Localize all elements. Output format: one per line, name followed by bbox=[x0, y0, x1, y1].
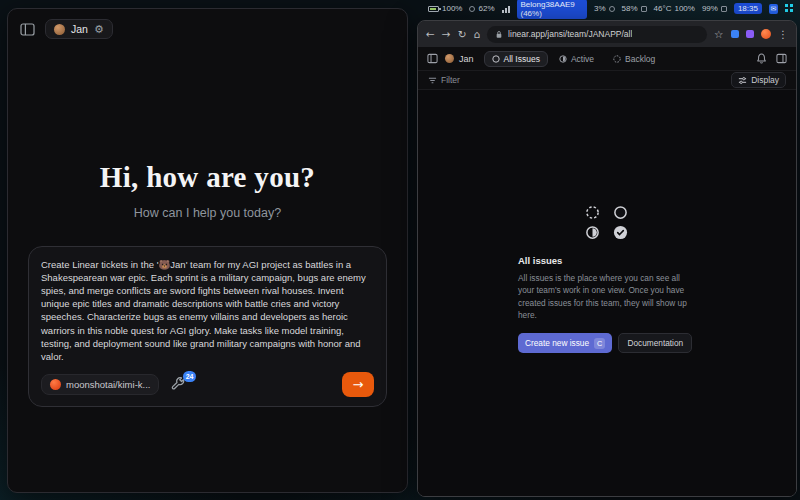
tools-count-badge: 24 bbox=[183, 371, 197, 382]
status-done-icon bbox=[613, 225, 628, 240]
create-new-issue-button[interactable]: Create new issue C bbox=[518, 333, 612, 353]
team-name-label: Jan bbox=[71, 23, 88, 35]
browser-menu-icon[interactable]: ⋮ bbox=[778, 29, 789, 40]
disk-status: 99% bbox=[702, 4, 727, 13]
sidebar-toggle-icon[interactable] bbox=[20, 22, 35, 37]
active-icon bbox=[559, 55, 567, 63]
filter-icon bbox=[428, 76, 437, 85]
tab-label: All Issues bbox=[504, 54, 540, 64]
display-button[interactable]: Display bbox=[731, 72, 786, 88]
forward-icon[interactable]: → bbox=[442, 29, 451, 40]
linear-team-label[interactable]: Jan bbox=[445, 54, 474, 64]
bear-emoji-icon bbox=[54, 24, 65, 35]
home-icon[interactable]: ⌂ bbox=[473, 29, 480, 40]
brightness-percent: 62% bbox=[478, 4, 494, 13]
send-button[interactable]: → bbox=[342, 372, 374, 397]
display-label: Display bbox=[751, 75, 779, 85]
temperature-value: 46°C bbox=[654, 4, 672, 13]
tab-label: Active bbox=[571, 54, 594, 64]
memory-status: 58% bbox=[622, 4, 647, 13]
model-name-label: moonshotai/kimi-k... bbox=[66, 379, 150, 390]
browser-toolbar: ← → ↻ ⌂ linear.app/jansi/team/JANAPP/all… bbox=[418, 21, 796, 47]
jan-main: Hi, how are you? How can I help you toda… bbox=[8, 161, 407, 407]
empty-state: All issues All issues is the place where… bbox=[518, 205, 696, 354]
right-panel-icon[interactable] bbox=[776, 53, 787, 64]
issue-status-icons bbox=[518, 205, 696, 240]
empty-state-title: All issues bbox=[518, 255, 696, 266]
backlog-icon bbox=[613, 55, 621, 63]
chat-input-text[interactable]: Create Linear tickets in the '🐻Jan' team… bbox=[41, 258, 374, 363]
greeting-subtitle: How can I help you today? bbox=[8, 206, 407, 220]
memory-percent: 58% bbox=[622, 4, 638, 13]
linear-team-name: Jan bbox=[459, 54, 474, 64]
temperature-status: 46°C 100% bbox=[654, 4, 695, 13]
lock-icon bbox=[495, 30, 503, 39]
model-provider-icon bbox=[50, 379, 61, 390]
clock[interactable]: 18:35 bbox=[734, 3, 762, 14]
gear-icon[interactable]: ⚙ bbox=[94, 24, 104, 35]
battery-percent: 100% bbox=[442, 4, 462, 13]
linear-team-emoji-icon bbox=[445, 54, 454, 63]
linear-sidebar-icon[interactable] bbox=[427, 53, 438, 64]
create-shortcut-key: C bbox=[594, 338, 605, 349]
disk-icon bbox=[721, 6, 727, 12]
status-todo-icon bbox=[613, 205, 628, 220]
model-selector[interactable]: moonshotai/kimi-k... bbox=[41, 374, 159, 395]
jan-header: Jan ⚙ bbox=[8, 9, 407, 49]
tab-backlog[interactable]: Backlog bbox=[605, 51, 663, 67]
linear-header-actions bbox=[756, 53, 787, 64]
battery-icon bbox=[428, 6, 439, 12]
bookmark-star-icon[interactable]: ☆ bbox=[714, 29, 723, 40]
chat-input-card[interactable]: Create Linear tickets in the '🐻Jan' team… bbox=[28, 246, 387, 407]
battery-status: 100% bbox=[428, 4, 462, 13]
url-text: linear.app/jansi/team/JANAPP/all bbox=[508, 29, 632, 39]
tab-active[interactable]: Active bbox=[551, 51, 602, 67]
browser-profile-avatar[interactable] bbox=[761, 29, 771, 39]
empty-state-description: All issues is the place where you can se… bbox=[518, 272, 696, 322]
chat-input-footer: moonshotai/kimi-k... 24 → bbox=[41, 372, 374, 397]
browser-window: ← → ↻ ⌂ linear.app/jansi/team/JANAPP/all… bbox=[417, 20, 797, 497]
app-grid-icon[interactable] bbox=[785, 4, 792, 13]
jan-app-window: Jan ⚙ Hi, how are you? How can I help yo… bbox=[7, 8, 408, 493]
back-icon[interactable]: ← bbox=[426, 29, 435, 40]
filter-label: Filter bbox=[441, 75, 460, 85]
tab-label: Backlog bbox=[625, 54, 655, 64]
linear-issues-area: All issues All issues is the place where… bbox=[418, 90, 796, 496]
fan-percent: 100% bbox=[674, 4, 694, 13]
empty-state-actions: Create new issue C Documentation bbox=[518, 333, 696, 353]
memory-icon bbox=[641, 6, 647, 12]
status-in-progress-icon bbox=[585, 225, 600, 240]
linear-header: Jan All Issues Active bbox=[418, 47, 796, 70]
system-status-bar: 100% 62% Belong38AAE9 (46%) 3% 58% 46°C … bbox=[420, 0, 800, 17]
cpu-status: 3% bbox=[594, 4, 615, 13]
filter-button[interactable]: Filter bbox=[428, 75, 460, 85]
display-sliders-icon bbox=[738, 76, 747, 85]
cpu-icon bbox=[609, 6, 615, 12]
disk-percent: 99% bbox=[702, 4, 718, 13]
network-ssid-badge[interactable]: Belong38AAE9 (46%) bbox=[517, 0, 587, 19]
tab-all-issues[interactable]: All Issues bbox=[484, 51, 548, 67]
send-arrow-icon: → bbox=[353, 378, 364, 391]
documentation-button[interactable]: Documentation bbox=[618, 333, 692, 353]
status-backlog-icon bbox=[585, 205, 600, 220]
wifi-signal-icon bbox=[502, 5, 510, 13]
mail-icon[interactable]: ✉ bbox=[769, 4, 778, 14]
extension-icon-purple[interactable] bbox=[746, 30, 754, 38]
linear-view-tabs: All Issues Active Backlog bbox=[484, 51, 664, 67]
reload-icon[interactable]: ↻ bbox=[458, 29, 467, 40]
notifications-bell-icon[interactable] bbox=[756, 53, 767, 64]
address-bar[interactable]: linear.app/jansi/team/JANAPP/all bbox=[487, 26, 707, 43]
cpu-percent: 3% bbox=[594, 4, 606, 13]
tools-button[interactable]: 24 bbox=[171, 377, 186, 392]
brightness-status: 62% bbox=[469, 4, 494, 13]
linear-filter-bar: Filter Display bbox=[418, 70, 796, 90]
team-selector[interactable]: Jan ⚙ bbox=[45, 19, 113, 39]
extension-icon-blue[interactable] bbox=[731, 30, 739, 38]
create-button-label: Create new issue bbox=[525, 338, 589, 348]
linear-app: Jan All Issues Active bbox=[418, 47, 796, 496]
greeting-heading: Hi, how are you? bbox=[8, 161, 407, 194]
brightness-icon bbox=[469, 6, 475, 12]
all-issues-icon bbox=[492, 55, 500, 63]
